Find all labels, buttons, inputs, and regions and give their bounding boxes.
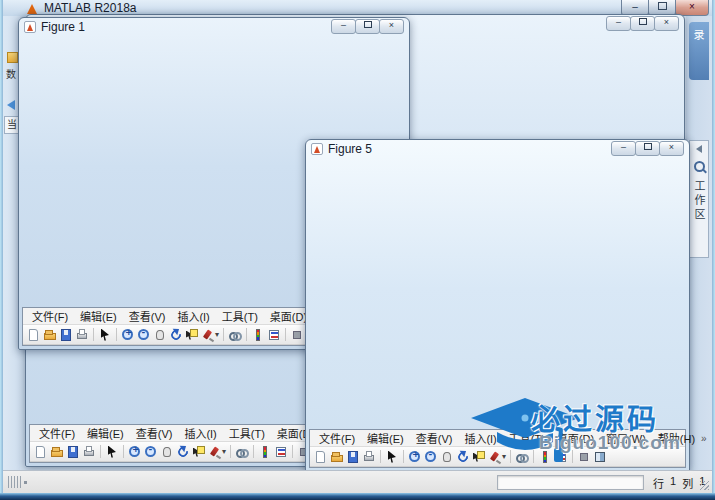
matlab-logo-icon [26,3,37,14]
menu-item[interactable]: 编辑(E) [361,429,410,447]
menu-item[interactable]: 查看(V) [123,307,172,325]
zoom-in-icon[interactable] [121,328,135,342]
menu-item[interactable]: 插入(I) [178,424,222,442]
hide-plot-tools-icon[interactable] [290,328,304,342]
print-icon[interactable] [82,445,96,459]
resize-grip[interactable] [700,481,709,490]
zoom-in-icon[interactable] [128,445,142,459]
col-label: 列 [682,475,693,491]
pan-icon[interactable] [440,450,454,464]
menu-item[interactable]: 工具(T) [223,424,271,442]
maximize-icon[interactable] [635,141,660,156]
new-figure-icon[interactable] [314,450,328,464]
window-border-left [0,0,3,500]
save-icon[interactable] [59,328,73,342]
insert-legend-icon[interactable] [267,328,281,342]
figure-title: Figure 1 [41,20,85,34]
maximize-icon[interactable] [630,16,655,31]
status-message-field [497,475,644,490]
link-plot-icon[interactable] [235,445,249,459]
close-icon[interactable]: × [654,16,679,31]
figure-toolbar: ▾ [310,447,685,467]
open-icon[interactable] [330,450,344,464]
close-icon[interactable]: × [659,141,684,156]
dropdown-caret-icon[interactable]: ▾ [222,447,226,456]
print-icon[interactable] [362,450,376,464]
rotate-3d-icon[interactable] [169,328,183,342]
menu-item[interactable]: 帮助(H) [652,429,701,447]
minimize-icon[interactable]: – [611,141,636,156]
back-arrow-icon[interactable] [7,100,15,110]
new-figure-icon[interactable] [27,328,41,342]
history-panel-tab[interactable]: 录 [689,22,709,80]
workspace-tab[interactable]: 工作区 [691,180,707,222]
status-bar: 行 1 列 1 [3,470,712,493]
figure-title: Figure 5 [328,142,372,156]
insert-colorbar-icon[interactable] [251,328,265,342]
brush-icon[interactable] [488,450,502,464]
zoom-out-icon[interactable] [144,445,158,459]
menu-overflow-icon[interactable]: » [701,433,710,444]
menu-item[interactable]: 工具(T) [503,429,551,447]
menu-item[interactable]: 桌面(D) [551,429,600,447]
data-cursor-icon[interactable] [185,328,199,342]
insert-colorbar-icon[interactable] [258,445,272,459]
menu-item[interactable]: 编辑(E) [81,424,130,442]
menu-item[interactable]: 文件(F) [313,429,361,447]
menu-item[interactable]: 文件(F) [26,307,74,325]
print-icon[interactable] [75,328,89,342]
menu-item[interactable]: 插入(I) [171,307,215,325]
brush-icon[interactable] [201,328,215,342]
title-bar[interactable]: Figure 5 – × [306,140,689,157]
zoom-out-icon[interactable] [137,328,151,342]
edit-cursor-icon[interactable] [98,328,112,342]
data-cursor-icon[interactable] [472,450,486,464]
main-window-title: MATLAB R2018a [44,1,137,15]
data-cursor-icon[interactable] [192,445,206,459]
pan-icon[interactable] [153,328,167,342]
collapse-arrow-icon[interactable] [696,145,702,153]
workspace-strip[interactable]: 工作区 [689,140,709,258]
rotate-3d-icon[interactable] [176,445,190,459]
search-icon[interactable] [694,161,705,172]
dropdown-caret-icon[interactable]: ▾ [215,330,219,339]
menu-item[interactable]: 插入(I) [458,429,502,447]
link-plot-icon[interactable] [515,450,529,464]
zoom-out-icon[interactable] [424,450,438,464]
close-icon[interactable]: × [379,19,404,34]
statusbar-grip[interactable] [8,476,21,488]
save-icon[interactable] [346,450,360,464]
menu-bar: 文件(F)编辑(E)查看(V)插入(I)工具(T)桌面(D)窗口(W)帮助(H)… [310,430,685,447]
pan-icon[interactable] [160,445,174,459]
zoom-in-icon[interactable] [408,450,422,464]
figure5-window[interactable]: Figure 5 – × 文件(F)编辑(E)查看(V)插入(I)工具(T)桌面… [305,139,690,472]
edit-cursor-icon[interactable] [385,450,399,464]
figure-icon [24,21,36,33]
menu-item[interactable]: 文件(F) [33,424,81,442]
save-icon[interactable] [66,445,80,459]
maximize-icon[interactable] [355,19,380,34]
figure-icon [311,143,323,155]
rotate-3d-icon[interactable] [456,450,470,464]
menu-item[interactable]: 窗口(W) [600,429,652,447]
row-value: 1 [670,475,676,491]
edit-cursor-icon[interactable] [105,445,119,459]
show-plot-tools-icon[interactable] [593,450,607,464]
menu-item[interactable]: 查看(V) [130,424,179,442]
new-figure-icon[interactable] [34,445,48,459]
hide-plot-tools-icon[interactable] [577,450,591,464]
dropdown-caret-icon[interactable]: ▾ [502,452,506,461]
insert-legend-icon[interactable] [554,450,568,464]
menu-item[interactable]: 编辑(E) [74,307,123,325]
open-icon[interactable] [43,328,57,342]
insert-colorbar-icon[interactable] [538,450,552,464]
open-icon[interactable] [50,445,64,459]
minimize-icon[interactable]: – [606,16,631,31]
insert-legend-icon[interactable] [274,445,288,459]
brush-icon[interactable] [208,445,222,459]
menu-item[interactable]: 工具(T) [216,307,264,325]
minimize-icon[interactable]: – [331,19,356,34]
menu-item[interactable]: 查看(V) [410,429,459,447]
link-plot-icon[interactable] [228,328,242,342]
title-bar[interactable]: Figure 1 – × [19,18,409,35]
